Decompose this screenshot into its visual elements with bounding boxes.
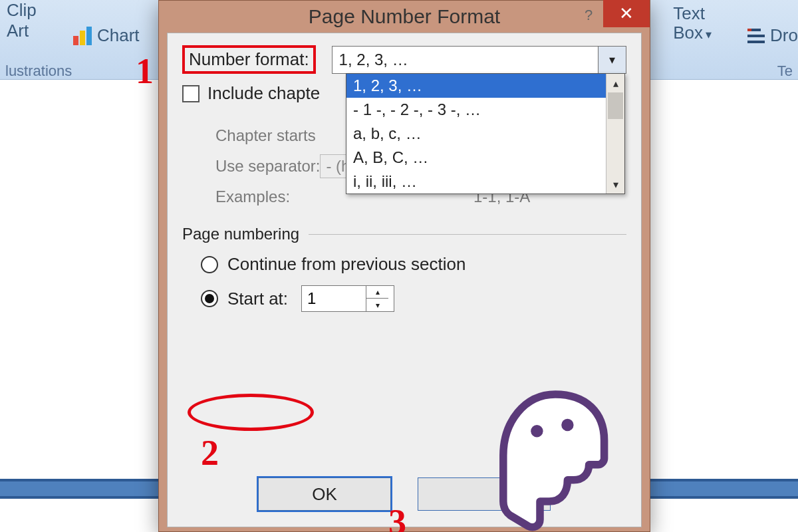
- format-option[interactable]: A, B, C, …: [346, 146, 624, 170]
- page-number-format-dialog: Page Number Format ? ✕ Number format: 1,…: [158, 0, 650, 532]
- ribbon-dropcap-button[interactable]: Dro: [747, 25, 798, 46]
- number-format-label: Number format:: [182, 45, 316, 74]
- scroll-up-icon[interactable]: ▴: [606, 74, 624, 92]
- continue-label: Continue from previous section: [227, 254, 466, 275]
- help-button[interactable]: ?: [573, 3, 604, 27]
- close-button[interactable]: ✕: [603, 0, 650, 27]
- dialog-titlebar[interactable]: Page Number Format ? ✕: [159, 1, 650, 33]
- format-option[interactable]: 1, 2, 3, …: [346, 74, 624, 98]
- include-chapter-checkbox[interactable]: [182, 85, 200, 102]
- include-chapter-label: Include chapte: [207, 83, 320, 104]
- start-at-spinbox[interactable]: ▴ ▾: [301, 285, 394, 312]
- ok-button[interactable]: OK: [258, 477, 391, 511]
- number-format-combobox[interactable]: 1, 2, 3, … ▾: [332, 46, 626, 74]
- spin-down-icon[interactable]: ▾: [366, 299, 388, 311]
- start-at-input[interactable]: [302, 289, 366, 308]
- page-numbering-groupbox: Page numbering: [182, 225, 626, 243]
- start-at-radio[interactable]: [201, 290, 218, 307]
- cancel-button[interactable]: el: [418, 477, 551, 511]
- scroll-down-icon[interactable]: ▾: [606, 175, 624, 194]
- spin-up-icon[interactable]: ▴: [366, 286, 388, 299]
- format-option[interactable]: - 1 -, - 2 -, - 3 -, …: [346, 98, 624, 122]
- format-option[interactable]: i, ii, iii, …: [346, 170, 624, 194]
- start-at-label: Start at:: [227, 289, 288, 309]
- continue-radio[interactable]: [201, 256, 218, 273]
- ribbon-textbox-button[interactable]: Text Box▾: [673, 4, 712, 42]
- dialog-title: Page Number Format: [309, 5, 500, 28]
- format-option[interactable]: a, b, c, …: [346, 122, 624, 146]
- number-format-dropdown[interactable]: 1, 2, 3, … - 1 -, - 2 -, - 3 -, … a, b, …: [346, 73, 625, 194]
- number-format-value: 1, 2, 3, …: [339, 51, 408, 69]
- ribbon-clipart-button[interactable]: Clip Art: [7, 0, 37, 41]
- chart-icon: [73, 27, 92, 45]
- dropcap-icon: [747, 29, 765, 43]
- ribbon-group-text: Te: [772, 63, 798, 80]
- ribbon-group-illustrations: lustrations: [0, 63, 77, 80]
- ribbon-chart-button[interactable]: Chart: [73, 25, 140, 46]
- dropdown-scrollbar[interactable]: ▴ ▾: [606, 74, 624, 194]
- scroll-thumb[interactable]: [608, 92, 623, 119]
- chevron-down-icon: ▾: [706, 29, 712, 42]
- ribbon-chart-label: Chart: [97, 25, 140, 46]
- chevron-down-icon[interactable]: ▾: [598, 47, 626, 73]
- dialog-body: Number format: 1, 2, 3, … ▾ 1, 2, 3, … -…: [167, 33, 642, 527]
